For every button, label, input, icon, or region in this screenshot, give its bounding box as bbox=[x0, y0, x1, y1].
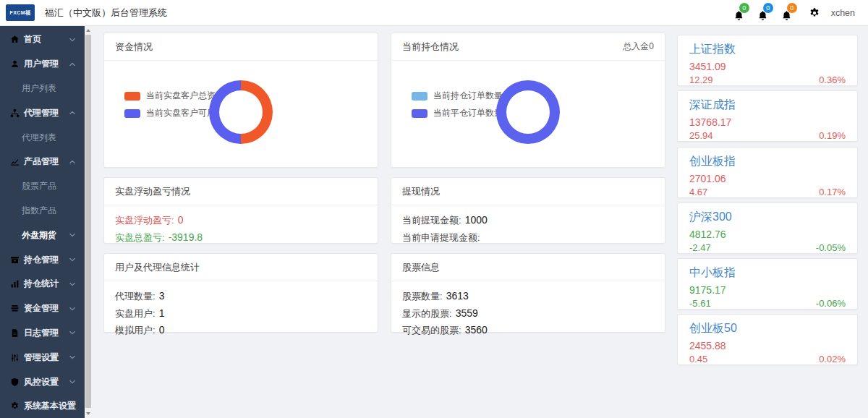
sidebar-item-label: 资金管理 bbox=[24, 302, 59, 315]
sidebar-item-label: 持仓统计 bbox=[24, 278, 59, 290]
sidebar-item-label: 外盘期货 bbox=[22, 229, 56, 242]
index-name: 深证成指 bbox=[689, 98, 846, 113]
sidebar-item-label: 指数产品 bbox=[22, 205, 56, 217]
app-logo[interactable]: FXCM福 bbox=[6, 4, 35, 21]
sitemap-icon bbox=[10, 108, 20, 118]
sidebar-item-label: 持仓管理 bbox=[24, 254, 59, 266]
sliders-icon bbox=[10, 353, 20, 362]
pl-row: 实盘浮动盈亏:0 bbox=[115, 212, 367, 229]
index-change: -2.47 bbox=[689, 242, 711, 253]
file-icon bbox=[10, 328, 20, 338]
stock-info-card: 股票信息 股票数量:3613 显示的股票:3559 可交易的股票:3560 bbox=[391, 253, 665, 333]
sidebar-item-system-settings[interactable]: 系统基本设置 bbox=[0, 394, 85, 418]
chevron-up-icon bbox=[69, 61, 76, 68]
legend-item[interactable]: 当前持仓订单数量 bbox=[412, 90, 503, 102]
sidebar-item-stock-products[interactable]: 股票产品 bbox=[0, 174, 85, 199]
sidebar-item-admin-settings[interactable]: 管理设置 bbox=[0, 345, 85, 370]
box-icon bbox=[10, 255, 20, 265]
legend-label: 当前持仓订单数量 bbox=[433, 90, 503, 102]
positions-card: 当前持仓情况 总入金0 当前持仓订单数量 当前平仓订单数量 bbox=[391, 33, 665, 168]
scrollbar-thumb[interactable] bbox=[85, 35, 91, 408]
total-deposit-label: 总入金0 bbox=[623, 40, 654, 53]
chevron-down-icon bbox=[69, 256, 76, 263]
sidebar-item-home[interactable]: 首页 bbox=[0, 27, 85, 52]
sidebar-item-user-management[interactable]: 用户管理 bbox=[0, 52, 85, 77]
index-name: 上证指数 bbox=[689, 42, 846, 57]
chart-bar-icon bbox=[10, 279, 20, 289]
legend-item[interactable]: 当前平仓订单数量 bbox=[412, 107, 503, 119]
card-title: 提现情况 bbox=[402, 185, 440, 198]
legend-swatch bbox=[124, 92, 140, 101]
index-name: 中小板指 bbox=[689, 265, 846, 281]
index-price: 9175.17 bbox=[689, 284, 846, 296]
sidebar-item-user-list[interactable]: 用户列表 bbox=[0, 77, 85, 101]
stat-row: 实盘用户:1 bbox=[115, 305, 367, 323]
index-name: 创业板指 bbox=[689, 154, 846, 169]
index-card-chinext50: 创业板50 2455.88 0.45 0.02% bbox=[677, 314, 858, 365]
index-price: 2701.06 bbox=[689, 173, 846, 184]
sidebar-item-agent-list[interactable]: 代理列表 bbox=[0, 125, 85, 150]
index-percent: 0.36% bbox=[819, 74, 846, 85]
sidebar-item-label: 首页 bbox=[24, 33, 41, 46]
sidebar-item-label: 风控设置 bbox=[24, 376, 59, 388]
index-price: 13768.17 bbox=[689, 116, 846, 128]
chart-line-icon bbox=[10, 157, 20, 166]
sidebar-item-position-stats[interactable]: 持仓统计 bbox=[0, 272, 85, 297]
sidebar-item-label: 日志管理 bbox=[24, 327, 59, 339]
funds-card: 资金情况 当前实盘客户总资金 当前实盘客户可用资金 bbox=[103, 33, 378, 168]
chevron-up-icon bbox=[69, 158, 76, 166]
notification-bell-2[interactable]: 0 bbox=[755, 5, 771, 21]
coins-icon bbox=[10, 304, 20, 313]
sidebar-item-log-management[interactable]: 日志管理 bbox=[0, 321, 85, 346]
gear-icon[interactable] bbox=[809, 7, 820, 19]
chevron-down-icon bbox=[69, 329, 76, 336]
sidebar-scrollbar[interactable] bbox=[85, 26, 92, 418]
notification-badge: 0 bbox=[739, 3, 749, 13]
notification-bell-3[interactable]: 0 bbox=[779, 5, 795, 21]
chevron-down-icon bbox=[69, 403, 76, 410]
chevron-down-icon bbox=[69, 231, 76, 239]
indices-panel: 上证指数 3451.09 12.29 0.36% 深证成指 13768.17 2… bbox=[677, 33, 858, 370]
username[interactable]: xchen bbox=[831, 8, 855, 18]
index-price: 3451.09 bbox=[689, 61, 846, 72]
sidebar-item-label: 用户列表 bbox=[22, 82, 56, 95]
sidebar-item-foreign-futures[interactable]: 外盘期货 bbox=[0, 223, 85, 247]
scrollbar-down-arrow[interactable] bbox=[85, 409, 92, 418]
card-title: 资金情况 bbox=[115, 40, 153, 54]
notification-bell-1[interactable]: 0 bbox=[731, 5, 747, 21]
top-navbar: FXCM福 福汇（中文版）后台管理系统 0 0 0 xchen bbox=[0, 0, 868, 26]
chevron-down-icon bbox=[69, 36, 76, 43]
index-name: 创业板50 bbox=[689, 321, 846, 336]
index-name: 沪深300 bbox=[689, 210, 846, 225]
sidebar-item-product-management[interactable]: 产品管理 bbox=[0, 150, 85, 174]
index-price: 2455.88 bbox=[689, 340, 846, 351]
gear-icon bbox=[10, 401, 20, 411]
scrollbar-up-arrow[interactable] bbox=[85, 26, 92, 35]
sidebar-item-agent-management[interactable]: 代理管理 bbox=[0, 101, 85, 125]
sidebar-item-position-management[interactable]: 持仓管理 bbox=[0, 247, 85, 272]
card-title: 用户及代理信息统计 bbox=[115, 261, 200, 274]
pl-row: 实盘总盈亏:-3919.8 bbox=[115, 229, 367, 247]
index-card-sme: 中小板指 9175.17 -5.61 -0.06% bbox=[677, 258, 858, 310]
sidebar-item-label: 产品管理 bbox=[24, 155, 59, 168]
chevron-down-icon bbox=[69, 281, 76, 288]
index-card-csi300: 沪深300 4812.76 -2.47 -0.05% bbox=[677, 202, 858, 254]
positions-legend: 当前持仓订单数量 当前平仓订单数量 bbox=[412, 90, 503, 124]
stock-row: 股票数量:3613 bbox=[402, 288, 654, 305]
index-percent: 0.17% bbox=[819, 187, 846, 197]
card-title: 实盘浮动盈亏情况 bbox=[115, 185, 190, 198]
main-content: 资金情况 当前实盘客户总资金 当前实盘客户可用资金 实盘浮动盈亏 bbox=[92, 26, 868, 418]
legend-swatch bbox=[412, 92, 427, 101]
navbar-right: 0 0 0 xchen bbox=[731, 5, 855, 21]
sidebar-item-label: 股票产品 bbox=[22, 180, 56, 192]
card-title: 股票信息 bbox=[402, 261, 440, 274]
chevron-down-icon bbox=[69, 354, 76, 361]
index-percent: 0.19% bbox=[819, 130, 846, 141]
chevron-up-icon bbox=[69, 109, 76, 116]
sidebar-item-index-products[interactable]: 指数产品 bbox=[0, 199, 85, 223]
sidebar-item-label: 代理管理 bbox=[24, 107, 59, 119]
shield-icon bbox=[10, 378, 20, 387]
legend-label: 当前平仓订单数量 bbox=[433, 107, 503, 119]
sidebar-item-risk-settings[interactable]: 风控设置 bbox=[0, 370, 85, 394]
sidebar-item-fund-management[interactable]: 资金管理 bbox=[0, 297, 85, 321]
